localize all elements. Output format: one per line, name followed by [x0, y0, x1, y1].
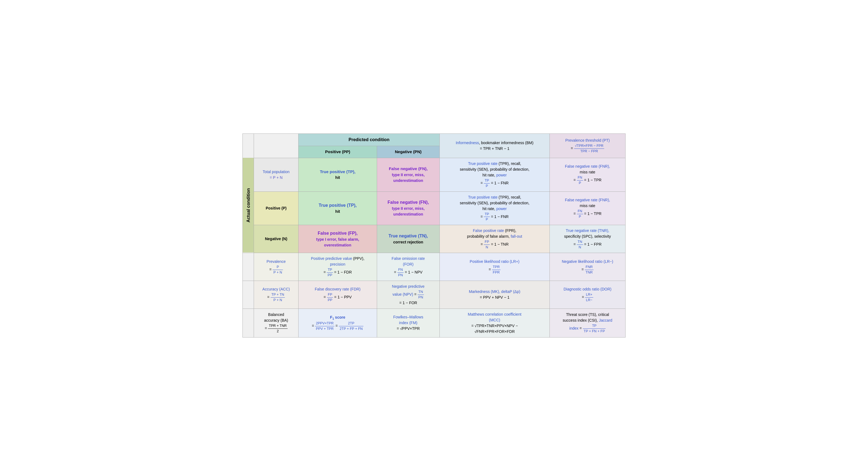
false-negative-cell: False negative (FN), type II error, miss… [377, 158, 439, 191]
mcc-cell: Matthews correlation coefficient(MCC) = … [439, 309, 550, 337]
tnr-main-cell: True negative rate (TNR), specificity (S… [550, 225, 625, 253]
fnr-cell: False negative rate (FNR), miss rate = F… [550, 158, 625, 191]
dor-cell: Diagnostic odds ratio (DOR) = LR+ LR− [550, 281, 625, 309]
predicted-condition-header: Predicted condition [299, 134, 440, 146]
prevalence-cell: Prevalence = P P + N [254, 253, 299, 281]
prevalence-threshold-cell: Prevalence threshold (PT) = √TPR×FPR − F… [550, 134, 625, 158]
ppv-cell: Positive predictive value (PPV), precisi… [299, 253, 377, 281]
markedness-cell: Markedness (MK), deltaP (Δp) = PPV + NPV… [439, 281, 550, 309]
fnr-main-cell: False negative rate (FNR), miss rate = F… [550, 191, 625, 225]
blank-cell-1 [243, 253, 254, 281]
accuracy-cell: Accuracy (ACC) = TP + TN P + N [254, 281, 299, 309]
tpr-cell: True positive rate (TPR), recall, sensit… [439, 158, 550, 191]
npv-cell: Negative predictivevalue (NPV) = TN PN =… [377, 281, 439, 309]
total-population-cell: Total population= P + N [254, 158, 299, 191]
fdr-cell: False discovery rate (FDR) = FP PP = 1 −… [299, 281, 377, 309]
col-header-positive: Positive (PP) [299, 146, 377, 158]
lr-plus-cell: Positive likelihood ratio (LR+) = TPR FP… [439, 253, 550, 281]
corner-empty-cell [243, 134, 254, 158]
f1-score-cell: F1 score = 2PPV×TPR PPV + TPR = 2TP 2TP … [299, 309, 377, 337]
fp-main-cell: False positive (FP), type I error, false… [299, 225, 377, 253]
blank-cell-2 [243, 281, 254, 309]
for-cell: False omission rate(FOR) = FN PN = 1 − N… [377, 253, 439, 281]
balanced-accuracy-cell: Balancedaccuracy (BA) = TPR + TNR 2 [254, 309, 299, 337]
confusion-matrix-table: Predicted condition Informedness, bookma… [243, 133, 625, 337]
informedness-cell: Informedness, bookmaker informedness (BM… [439, 134, 550, 158]
col-header-negative: Negative (PN) [377, 146, 439, 158]
tn-main-cell: True negative (TN), correct rejection [377, 225, 439, 253]
blank-cell-3 [243, 309, 254, 337]
tp-main-cell: True positive (TP), hit [299, 191, 377, 225]
threat-score-cell: Threat score (TS), criticalsuccess index… [550, 309, 625, 337]
fowlkes-mallows-cell: Fowlkes–Mallowsindex (FM) = √PPV×TPR [377, 309, 439, 337]
row-header-negative: Negative (N) [254, 225, 299, 253]
fn-main-cell: False negative (FN), type II error, miss… [377, 191, 439, 225]
row-header-positive: Positive (P) [254, 191, 299, 225]
tpr-main-cell: True positive rate (TPR), recall, sensit… [439, 191, 550, 225]
fpr-main-cell: False positive rate (FPR), probability o… [439, 225, 550, 253]
true-positive-cell: True positive (TP), hit [299, 158, 377, 191]
lr-minus-cell: Negative likelihood ratio (LR−) = FNR TN… [550, 253, 625, 281]
corner-empty-cell2 [254, 134, 299, 158]
actual-condition-label: Actual condition [243, 158, 254, 253]
